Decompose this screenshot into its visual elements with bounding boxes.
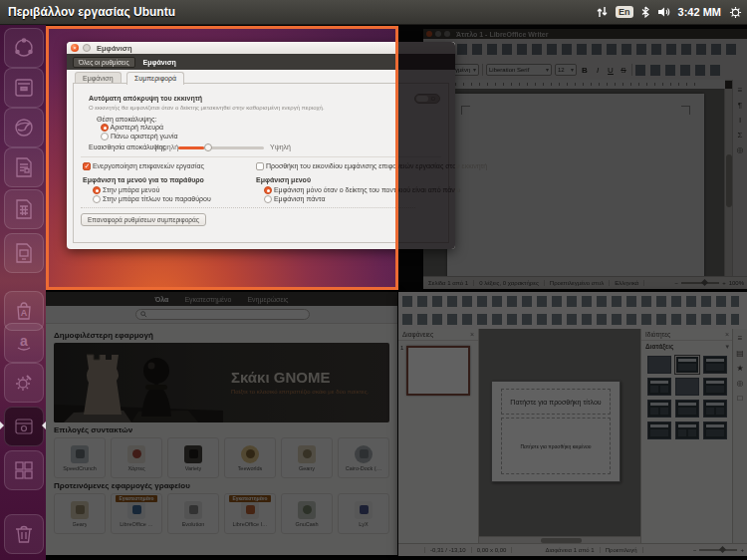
sidebar-properties-icon[interactable]: ≡: [738, 334, 743, 343]
page-style[interactable]: Προεπιλεγμένο στυλ: [545, 280, 610, 286]
volume-icon[interactable]: [657, 6, 670, 18]
trash-icon[interactable]: [4, 514, 44, 554]
app-tile[interactable]: Geany: [281, 437, 333, 478]
strikethrough-icon[interactable]: S: [619, 66, 628, 75]
app-tile[interactable]: Cairo-Dock (…: [338, 437, 389, 478]
software-center-window[interactable]: Όλα Εγκατεστημένο Ενημερώσεις Δημοφιλέστ…: [46, 292, 397, 555]
libreoffice-impress-icon[interactable]: [4, 233, 44, 273]
workspace-switcher-icon[interactable]: [4, 450, 44, 490]
radio-left-side[interactable]: Αριστερή πλευρά: [101, 124, 163, 132]
app-tile[interactable]: LyX: [338, 493, 389, 534]
zoom-control[interactable]: −+: [693, 547, 747, 553]
radio-top-left-corner[interactable]: Πάνω αριστερή γωνία: [101, 133, 178, 140]
tab-behavior[interactable]: Συμπεριφορά: [126, 72, 184, 85]
toolbar-icons[interactable]: [427, 44, 739, 55]
all-settings-button[interactable]: Όλες οι ρυθμίσεις: [73, 57, 135, 68]
toolbar-icons[interactable]: [402, 314, 739, 325]
layout-thumbnail[interactable]: [703, 378, 727, 396]
radio-menu-bar[interactable]: Στην μπάρα μενού: [93, 186, 159, 194]
radio-show-on-hover[interactable]: Εμφάνιση μόνο όταν ο δείκτης του ποντικι…: [264, 186, 460, 194]
writer-formatting-toolbar[interactable]: Προεπιλεγμένη▾ Liberation Serif▾ 12▾ B I…: [423, 60, 747, 81]
featured-app-banner[interactable]: Σκάκι GNOME Παίξτε το κλασικό επιτραπέζι…: [54, 343, 389, 422]
layout-thumbnail[interactable]: [647, 378, 671, 396]
page-count[interactable]: Σελίδα 1 από 1: [423, 280, 474, 286]
layout-thumbnail[interactable]: [647, 356, 671, 374]
sidebar-navigator-icon[interactable]: ◎: [737, 145, 744, 154]
font-name-combo[interactable]: Liberation Serif▾: [486, 64, 552, 76]
bluetooth-icon[interactable]: [641, 6, 649, 18]
system-settings-icon[interactable]: [4, 363, 44, 403]
sidebar-transitions-icon[interactable]: ▤: [736, 349, 744, 358]
tab-installed[interactable]: Εγκατεστημένο: [184, 296, 231, 303]
restore-behavior-button[interactable]: Επαναφορά ρυθμίσεων συμπεριφοράς: [81, 213, 206, 226]
tab-all[interactable]: Όλα: [155, 296, 169, 303]
bold-icon[interactable]: B: [580, 66, 590, 75]
clock[interactable]: 3:42 ΜΜ: [678, 6, 721, 18]
libreoffice-writer-icon[interactable]: [4, 147, 44, 187]
slide-thumbnail[interactable]: [406, 346, 470, 396]
layout-thumbnail[interactable]: [703, 421, 727, 439]
search-input[interactable]: [135, 309, 310, 320]
impress-window[interactable]: Διαφάνειες × 1 Πατήστε για προσθήκη τίτλ…: [398, 292, 747, 556]
chevron-down-icon[interactable]: ▾: [725, 343, 729, 351]
sidebar-gallery-icon[interactable]: Σ: [738, 131, 743, 140]
maximize-icon[interactable]: [444, 31, 450, 37]
zoom-control[interactable]: −+ 100%: [675, 280, 747, 286]
writer-window[interactable]: Άτιτλο 1 - LibreOffice Writer Προεπιλεγμ…: [423, 29, 747, 289]
word-count[interactable]: 0 λέξεις, 0 χαρακτήρες: [474, 280, 545, 286]
firefox-icon[interactable]: [4, 108, 44, 147]
font-size-combo[interactable]: 12▾: [555, 64, 577, 76]
workspace-icon-checkbox[interactable]: Προσθήκη του εικονιδίου εμφάνισης επιφαν…: [256, 162, 487, 170]
app-tile[interactable]: SpeedCrunch: [54, 437, 106, 478]
impress-sidebar-tabs[interactable]: ≡ ▤ ★ ◎ □: [732, 329, 747, 544]
impress-drawing-toolbar[interactable]: [398, 311, 747, 330]
sensitivity-slider[interactable]: [178, 146, 264, 149]
app-tile[interactable]: GnuCash: [281, 493, 333, 534]
app-tile[interactable]: Evolution: [167, 493, 219, 534]
workspaces-checkbox[interactable]: Ενεργοποίηση επιφανειών εργασίας: [83, 162, 204, 170]
title-placeholder[interactable]: Πατήστε για προσθήκη τίτλου: [501, 389, 611, 415]
text-language[interactable]: Ελληνικά: [610, 280, 644, 286]
sidebar-animation-icon[interactable]: ★: [736, 364, 743, 373]
italic-icon[interactable]: I: [593, 66, 603, 75]
layout-thumbnail[interactable]: [647, 421, 671, 439]
minimize-icon[interactable]: [83, 44, 91, 52]
writer-standard-toolbar[interactable]: [423, 39, 747, 61]
sidebar-gallery-icon[interactable]: □: [738, 394, 743, 403]
writer-sidebar-tabs[interactable]: ≡ ¶ I Σ ◎: [732, 80, 747, 277]
app-tile[interactable]: Geary: [54, 493, 106, 534]
close-icon[interactable]: ×: [71, 44, 79, 52]
slide-editor[interactable]: Πατήστε για προσθήκη τίτλου Πατήστε για …: [491, 381, 621, 482]
layout-thumbnail[interactable]: [675, 400, 699, 418]
impress-standard-toolbar[interactable]: [398, 292, 747, 312]
radio-always-show[interactable]: Εμφάνιση πάντα: [264, 195, 325, 203]
sidebar-properties-icon[interactable]: ¶: [738, 101, 742, 110]
body-placeholder[interactable]: Πατήστε για προσθήκη κειμένου: [501, 418, 611, 474]
libreoffice-calc-icon[interactable]: [4, 189, 44, 229]
keyboard-indicator[interactable]: En: [616, 6, 633, 18]
layout-thumbnail[interactable]: [647, 400, 671, 418]
layout-thumbnail[interactable]: [703, 400, 727, 418]
minimize-icon[interactable]: [435, 31, 441, 37]
sidebar-shapes-icon[interactable]: ◎: [737, 379, 744, 388]
session-gear-icon[interactable]: [729, 6, 742, 19]
sidebar-settings-icon[interactable]: ≡: [738, 86, 743, 95]
layout-thumbnail[interactable]: [703, 356, 727, 374]
layout-thumbnail[interactable]: [675, 421, 699, 439]
close-icon[interactable]: ×: [725, 331, 729, 338]
ubuntu-bfb-icon[interactable]: [4, 28, 44, 68]
writer-document-area[interactable]: [423, 89, 725, 277]
sidebar-styles-icon[interactable]: I: [739, 116, 741, 125]
close-icon[interactable]: [426, 31, 432, 37]
app-tile[interactable]: Teeworlds: [224, 437, 276, 478]
amazon-icon[interactable]: a: [4, 323, 44, 363]
writer-titlebar[interactable]: Άτιτλο 1 - LibreOffice Writer: [423, 29, 747, 39]
toolbar-icons[interactable]: [635, 65, 721, 76]
layout-thumbnail-selected[interactable]: [675, 356, 699, 374]
impress-canvas[interactable]: Πατήστε για προσθήκη τίτλου Πατήστε για …: [479, 329, 641, 544]
app-tile[interactable]: Εγκατεστημένο LibreOffice …: [111, 493, 162, 534]
writer-page[interactable]: [447, 94, 704, 277]
app-tile[interactable]: Variety: [167, 437, 219, 478]
layout-thumbnail[interactable]: [675, 378, 699, 396]
autohide-toggle[interactable]: O: [414, 94, 440, 104]
